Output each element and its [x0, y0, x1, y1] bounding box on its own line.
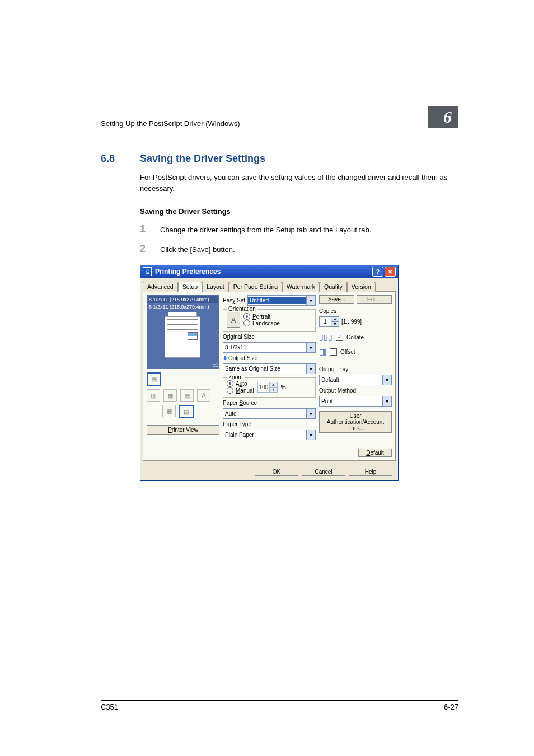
sheet-front-icon: [165, 316, 200, 358]
preview-tool-row-3: ▦ ▤: [147, 405, 219, 418]
spin-down-icon[interactable]: ▼: [270, 387, 277, 392]
chapter-badge: 6: [428, 106, 458, 128]
collate-checkbox[interactable]: [336, 334, 343, 341]
copies-label: Copies: [319, 308, 392, 314]
output-method-combo[interactable]: Print ▾: [319, 396, 392, 407]
portrait-radio[interactable]: Portrait: [243, 313, 280, 320]
easy-set-label: Easy Set: [223, 297, 245, 304]
help-button[interactable]: Help: [349, 468, 392, 476]
paper-source-value: Auto: [223, 410, 306, 417]
save-button[interactable]: Save...: [319, 295, 354, 304]
offset-label: Offset: [340, 349, 355, 355]
paper-type-combo[interactable]: Plain Paper ▾: [223, 430, 316, 440]
chevron-down-icon[interactable]: ▾: [306, 430, 315, 440]
copies-row: 1 ▲▼ [1...999]: [319, 316, 392, 327]
running-header: Setting Up the PostScript Driver (Window…: [101, 106, 458, 130]
spin-up-icon[interactable]: ▲: [331, 317, 339, 321]
page-footer: C351 6-27: [101, 700, 458, 711]
middle-settings-pane: Easy Set Untitled ▾ Orientation A: [223, 295, 316, 457]
zoom-spinner[interactable]: 100 ▲▼: [257, 382, 278, 393]
titlebar[interactable]: 🖨 Printing Preferences ? ✕: [140, 265, 398, 278]
zoom-group: Zoom Auto Manual 100: [223, 377, 316, 398]
easy-set-row: Easy Set Untitled ▾: [223, 295, 316, 306]
tab-content: 8 1/2x11 (215.9x279.4mm) 8 1/2x11 (215.9…: [143, 292, 396, 461]
close-icon[interactable]: ✕: [385, 267, 396, 277]
user-auth-button[interactable]: User Authentication/Account Track...: [319, 411, 392, 433]
offset-checkbox[interactable]: [330, 348, 337, 356]
cancel-button[interactable]: Cancel: [302, 468, 345, 476]
default-label: Default: [366, 450, 384, 456]
tool-icon-1[interactable]: ▥: [147, 389, 160, 402]
step-number: 2: [140, 243, 160, 255]
tool-icon-3[interactable]: ▤: [180, 389, 194, 402]
copies-spinner[interactable]: 1 ▲▼: [319, 316, 339, 327]
preview-size-top: 8 1/2x11 (215.9x279.4mm): [148, 296, 218, 303]
zoom-unit: %: [281, 384, 286, 390]
edit-label: Edit...: [367, 296, 382, 302]
output-tray-combo[interactable]: Default ▾: [319, 375, 392, 385]
section-number: 6.8: [101, 153, 140, 165]
copies-value: 1: [320, 317, 331, 326]
chevron-down-icon[interactable]: ▾: [306, 343, 315, 352]
chevron-down-icon[interactable]: ▾: [382, 375, 391, 385]
arrow-down-icon: [154, 303, 159, 306]
paper-source-combo[interactable]: Auto ▾: [223, 408, 316, 419]
ok-button[interactable]: OK: [255, 468, 298, 476]
section-heading: 6.8 Saving the Driver Settings: [101, 153, 458, 165]
tab-strip: Advanced Setup Layout Per Page Setting W…: [143, 281, 396, 292]
zoom-auto-radio[interactable]: Auto: [227, 380, 254, 387]
preview-tool-row-2: ▥ ▦ ▤ A: [147, 389, 219, 402]
output-size-label: ⬇Output Size: [223, 355, 316, 361]
section-title: Saving the Driver Settings: [140, 153, 265, 165]
original-size-value: 8 1/2x11: [223, 344, 306, 351]
step-text: Click the [Save] button.: [160, 245, 235, 254]
output-size-combo[interactable]: Same as Original Size ▾: [223, 363, 316, 374]
sub-heading: Saving the Driver Settings: [140, 207, 458, 216]
tab-watermark[interactable]: Watermark: [282, 282, 320, 292]
output-tray-value: Default: [320, 377, 382, 383]
edit-button[interactable]: Edit...: [357, 295, 392, 304]
step-2: 2 Click the [Save] button.: [140, 243, 458, 255]
help-icon[interactable]: ?: [372, 267, 383, 277]
spin-up-icon[interactable]: ▲: [270, 382, 277, 387]
landscape-label: Landscape: [252, 320, 280, 326]
paper-preview: 8 1/2x11 (215.9x279.4mm) 8 1/2x11 (215.9…: [147, 295, 219, 369]
tool-icon-5[interactable]: ▦: [162, 405, 176, 417]
chevron-down-icon[interactable]: ▾: [382, 396, 391, 406]
chevron-down-icon[interactable]: ▾: [306, 296, 315, 305]
default-button[interactable]: Default: [358, 449, 392, 457]
offset-row: ▥ Offset: [319, 347, 392, 356]
orientation-legend: Orientation: [227, 306, 257, 312]
landscape-radio[interactable]: Landscape: [243, 320, 280, 326]
collate-row: ▯▯▯ Collate: [319, 333, 392, 342]
tab-quality[interactable]: Quality: [320, 282, 347, 292]
paper-source-label: Paper Source: [223, 400, 316, 406]
footer-left: C351: [101, 703, 118, 711]
original-size-combo[interactable]: 8 1/2x11 ▾: [223, 342, 316, 353]
tab-per-page-setting[interactable]: Per Page Setting: [229, 282, 282, 292]
printer-view-button[interactable]: Printer View: [147, 425, 219, 435]
chevron-down-icon[interactable]: ▾: [306, 409, 315, 418]
easy-set-value: Untitled: [248, 297, 306, 304]
tab-version[interactable]: Version: [347, 282, 376, 292]
tab-setup[interactable]: Setup: [178, 282, 202, 292]
tab-layout[interactable]: Layout: [202, 282, 229, 292]
printer-icon: 🖨: [143, 267, 152, 276]
page-mode-icon[interactable]: ▤: [147, 372, 161, 386]
zoom-manual-radio[interactable]: Manual: [227, 387, 254, 394]
output-tray-label: Output Tray: [319, 366, 392, 372]
tool-icon-4[interactable]: A: [197, 389, 210, 402]
printing-preferences-dialog: 🖨 Printing Preferences ? ✕ Advanced Setu…: [140, 265, 399, 481]
copies-x1-badge: x1: [213, 362, 218, 368]
right-settings-pane: Save... Edit... Copies 1 ▲▼ [1...999]: [319, 295, 392, 457]
zoom-legend: Zoom: [227, 374, 245, 380]
header-left-text: Setting Up the PostScript Driver (Window…: [101, 119, 240, 128]
easy-set-combo[interactable]: Untitled ▾: [247, 295, 316, 306]
page: Setting Up the PostScript Driver (Window…: [0, 0, 534, 756]
spin-down-icon[interactable]: ▼: [331, 321, 339, 326]
chevron-down-icon[interactable]: ▾: [306, 364, 315, 374]
tool-icon-2[interactable]: ▦: [163, 389, 177, 402]
output-size-value: Same as Original Size: [223, 366, 306, 372]
tool-icon-6[interactable]: ▤: [179, 405, 194, 418]
tab-advanced[interactable]: Advanced: [143, 282, 178, 292]
